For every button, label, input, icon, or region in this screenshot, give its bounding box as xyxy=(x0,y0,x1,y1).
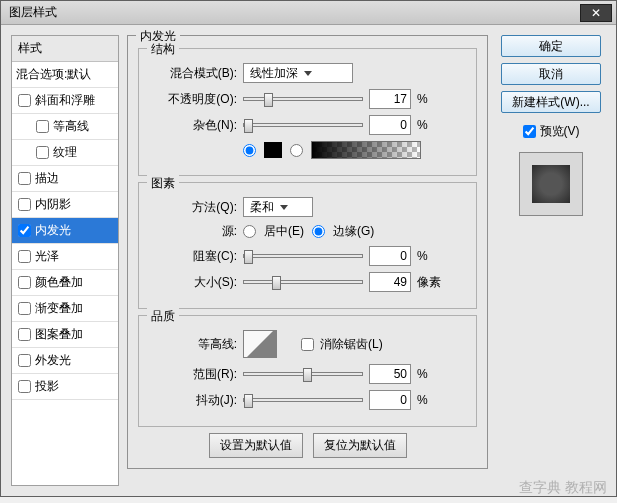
style-label: 投影 xyxy=(35,378,59,395)
style-item-7[interactable]: 颜色叠加 xyxy=(12,270,118,296)
style-checkbox[interactable] xyxy=(18,302,31,315)
group-elements: 图素 方法(Q): 柔和 源: 居中(E) 边缘(G) xyxy=(138,182,477,309)
style-item-5[interactable]: 内发光 xyxy=(12,218,118,244)
style-item-3[interactable]: 描边 xyxy=(12,166,118,192)
ok-button[interactable]: 确定 xyxy=(501,35,601,57)
color-gradient-radio[interactable] xyxy=(290,144,303,157)
chevron-down-icon xyxy=(304,71,312,76)
style-checkbox[interactable] xyxy=(18,380,31,393)
style-checkbox[interactable] xyxy=(18,172,31,185)
new-style-button[interactable]: 新建样式(W)... xyxy=(501,91,601,113)
style-checkbox[interactable] xyxy=(18,198,31,211)
style-item-8[interactable]: 渐变叠加 xyxy=(12,296,118,322)
style-item-9[interactable]: 图案叠加 xyxy=(12,322,118,348)
style-label: 斜面和浮雕 xyxy=(35,92,95,109)
style-label: 光泽 xyxy=(35,248,59,265)
gradient-swatch[interactable] xyxy=(311,141,421,159)
cancel-button[interactable]: 取消 xyxy=(501,63,601,85)
method-combo[interactable]: 柔和 xyxy=(243,197,313,217)
style-item-1[interactable]: 等高线 xyxy=(12,114,118,140)
color-swatch[interactable] xyxy=(264,142,282,158)
style-checkbox[interactable] xyxy=(18,328,31,341)
style-item-4[interactable]: 内阴影 xyxy=(12,192,118,218)
opacity-slider[interactable] xyxy=(243,97,363,101)
make-default-button[interactable]: 设置为默认值 xyxy=(209,433,303,458)
range-input[interactable] xyxy=(369,364,411,384)
reset-default-button[interactable]: 复位为默认值 xyxy=(313,433,407,458)
style-list: 样式 混合选项:默认 斜面和浮雕等高线纹理描边内阴影内发光光泽颜色叠加渐变叠加图… xyxy=(11,35,119,486)
settings-panel: 内发光 结构 混合模式(B): 线性加深 不透明度(O): % xyxy=(127,35,488,486)
style-checkbox[interactable] xyxy=(18,94,31,107)
noise-input[interactable] xyxy=(369,115,411,135)
group-structure: 结构 混合模式(B): 线性加深 不透明度(O): % 杂色( xyxy=(138,48,477,176)
style-label: 纹理 xyxy=(53,144,77,161)
group-quality: 品质 等高线: 消除锯齿(L) 范围(R): % xyxy=(138,315,477,427)
preview-swatch xyxy=(532,165,570,203)
antialias-checkbox[interactable] xyxy=(301,338,314,351)
style-checkbox[interactable] xyxy=(18,224,31,237)
layer-style-dialog: 图层样式 ✕ 样式 混合选项:默认 斜面和浮雕等高线纹理描边内阴影内发光光泽颜色… xyxy=(0,0,617,497)
style-item-0[interactable]: 斜面和浮雕 xyxy=(12,88,118,114)
range-slider[interactable] xyxy=(243,372,363,376)
contour-picker[interactable] xyxy=(243,330,277,358)
choke-slider[interactable] xyxy=(243,254,363,258)
opacity-input[interactable] xyxy=(369,89,411,109)
close-icon: ✕ xyxy=(591,6,601,20)
size-input[interactable] xyxy=(369,272,411,292)
style-list-header: 样式 xyxy=(12,36,118,62)
style-label: 外发光 xyxy=(35,352,71,369)
jitter-slider[interactable] xyxy=(243,398,363,402)
style-label: 渐变叠加 xyxy=(35,300,83,317)
dialog-title: 图层样式 xyxy=(9,4,57,21)
close-button[interactable]: ✕ xyxy=(580,4,612,22)
style-checkbox[interactable] xyxy=(36,146,49,159)
style-label: 颜色叠加 xyxy=(35,274,83,291)
preview-box xyxy=(519,152,583,216)
source-center-radio[interactable] xyxy=(243,225,256,238)
blend-options-item[interactable]: 混合选项:默认 xyxy=(12,62,118,88)
right-buttons: 确定 取消 新建样式(W)... 预览(V) xyxy=(496,35,606,486)
jitter-input[interactable] xyxy=(369,390,411,410)
style-item-10[interactable]: 外发光 xyxy=(12,348,118,374)
style-item-11[interactable]: 投影 xyxy=(12,374,118,400)
style-label: 等高线 xyxy=(53,118,89,135)
preview-checkbox[interactable] xyxy=(523,125,536,138)
blend-mode-label: 混合模式(B): xyxy=(149,65,237,82)
chevron-down-icon xyxy=(280,205,288,210)
style-label: 图案叠加 xyxy=(35,326,83,343)
style-checkbox[interactable] xyxy=(18,276,31,289)
titlebar: 图层样式 ✕ xyxy=(1,1,616,25)
style-checkbox[interactable] xyxy=(18,354,31,367)
blend-mode-combo[interactable]: 线性加深 xyxy=(243,63,353,83)
source-edge-radio[interactable] xyxy=(312,225,325,238)
style-item-6[interactable]: 光泽 xyxy=(12,244,118,270)
size-slider[interactable] xyxy=(243,280,363,284)
style-item-2[interactable]: 纹理 xyxy=(12,140,118,166)
noise-slider[interactable] xyxy=(243,123,363,127)
style-label: 描边 xyxy=(35,170,59,187)
style-checkbox[interactable] xyxy=(18,250,31,263)
style-label: 内阴影 xyxy=(35,196,71,213)
watermark: 查字典 教程网 xyxy=(519,479,607,497)
choke-input[interactable] xyxy=(369,246,411,266)
style-checkbox[interactable] xyxy=(36,120,49,133)
color-solid-radio[interactable] xyxy=(243,144,256,157)
style-label: 内发光 xyxy=(35,222,71,239)
